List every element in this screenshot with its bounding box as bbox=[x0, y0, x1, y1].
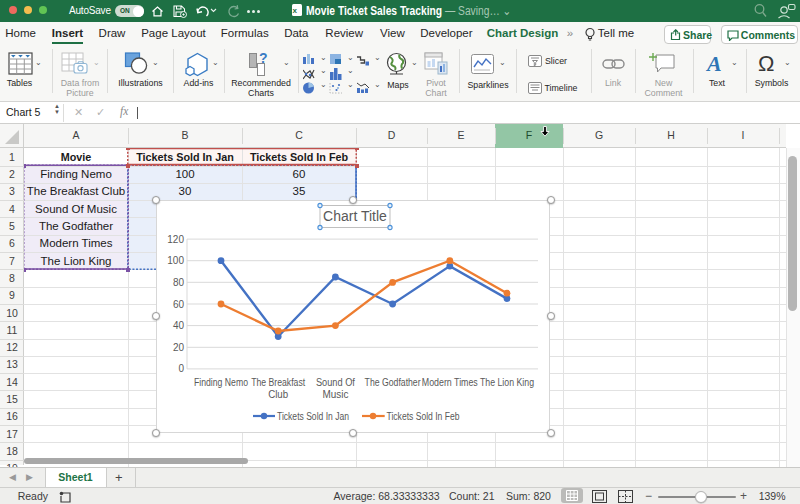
svg-text:The Lion King: The Lion King bbox=[480, 377, 534, 388]
svg-text:100: 100 bbox=[167, 255, 184, 266]
svg-text:A: A bbox=[705, 53, 722, 74]
svg-text:80: 80 bbox=[172, 277, 184, 288]
svg-text:Ω: Ω bbox=[758, 53, 774, 74]
svg-text:Club: Club bbox=[268, 389, 288, 400]
svg-text:60: 60 bbox=[172, 299, 184, 310]
svg-text:40: 40 bbox=[172, 320, 184, 331]
svg-text:Finding Nemo: Finding Nemo bbox=[194, 377, 248, 388]
svg-text:The Godfather: The Godfather bbox=[364, 377, 421, 388]
svg-text:Chart Title: Chart Title bbox=[323, 208, 387, 224]
svg-text:Tickets Sold In Feb: Tickets Sold In Feb bbox=[386, 411, 459, 422]
svg-text:Music: Music bbox=[322, 389, 348, 400]
svg-text:The Breakfast: The Breakfast bbox=[251, 377, 305, 388]
svg-text:Sound Of: Sound Of bbox=[315, 377, 354, 388]
svg-text:20: 20 bbox=[172, 342, 184, 353]
svg-text:0: 0 bbox=[178, 363, 184, 374]
svg-text:Modern Times: Modern Times bbox=[421, 377, 477, 388]
svg-text:120: 120 bbox=[167, 234, 184, 245]
svg-text:?: ? bbox=[259, 50, 268, 66]
svg-text:Tickets Sold In Jan: Tickets Sold In Jan bbox=[277, 411, 349, 422]
